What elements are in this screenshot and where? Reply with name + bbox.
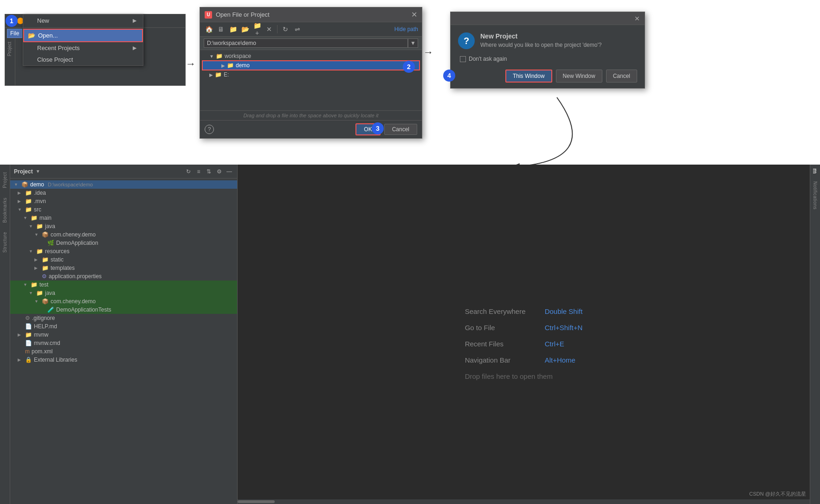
hide-path-btn[interactable]: Hide path [394, 26, 418, 32]
npd-close-btn[interactable]: ✕ [634, 15, 640, 22]
npd-title: New Project [480, 32, 601, 40]
tree-src[interactable]: ▼ 📁 src [10, 205, 237, 214]
tree-static[interactable]: ▶ 📁 static [10, 255, 237, 264]
root-arrow: ▼ [14, 182, 19, 187]
tree-java[interactable]: ▼ 📁 java [10, 222, 237, 230]
tree-test[interactable]: ▼ 📁 test [10, 281, 237, 289]
tree-resources[interactable]: ▼ 📁 resources [10, 247, 237, 255]
tree-app-props[interactable]: ▶ ⚙ application.properties [10, 272, 237, 281]
tree-mvnw-cmd[interactable]: ▶ 📄 mvnw.cmd [10, 339, 237, 347]
dialog-close-btn[interactable]: ✕ [411, 10, 417, 19]
ide-left-strip: Project [5, 39, 15, 85]
dialog-icon: U [205, 11, 212, 19]
tree-root-demo[interactable]: ▼ 📦 demo D:\workspace\demo [10, 180, 237, 189]
demo-folder-icon: 📁 [227, 62, 234, 69]
static-label: static [51, 256, 64, 263]
panel-sort-btn[interactable]: ⇅ [205, 167, 213, 176]
structure-sidebar-tab[interactable]: Structure [1, 228, 8, 256]
panel-header: Project ▼ ↻ ≡ ⇅ ⚙ — [10, 165, 237, 179]
idea-arrow: ▶ [18, 191, 23, 195]
tree-mvnw[interactable]: ▶ 📁 mvnw [10, 331, 237, 339]
npd-cancel-btn[interactable]: Cancel [606, 70, 637, 83]
dialog-path-input[interactable] [204, 38, 408, 48]
bookmarks-sidebar-tab[interactable]: Bookmarks [1, 194, 8, 227]
recent-files-label: Recent Files [465, 340, 539, 348]
this-window-btn[interactable]: This Window [505, 70, 552, 83]
panel-collapse-btn[interactable]: ≡ [194, 167, 203, 176]
toolbar-desktop-btn[interactable]: 🖥 [216, 24, 226, 34]
tree-templates[interactable]: ▶ 📁 templates [10, 264, 237, 272]
npd-buttons: This Window New Window Cancel [458, 70, 637, 83]
tree-demo[interactable]: ▶ 📁 demo [202, 60, 420, 70]
toolbar-sep [277, 25, 278, 33]
new-window-btn[interactable]: New Window [556, 70, 602, 83]
dialog-path-dropdown-btn[interactable]: ▼ [408, 38, 418, 48]
test-com-label: com.cheney.demo [51, 298, 96, 305]
welcome-content: Search Everywhere Double Shift Go to Fil… [465, 307, 583, 380]
test-com-icon: 📦 [42, 298, 49, 305]
menu-file[interactable]: File [7, 29, 22, 38]
project-sidebar-tab[interactable]: Project [1, 168, 8, 192]
file-tree: ▼ 📦 demo D:\workspace\demo ▶ 📁 .idea ▶ 📁… [10, 179, 237, 504]
ext-libs-arrow: ▶ [18, 357, 23, 362]
panel-settings-btn[interactable]: ⚙ [215, 167, 223, 176]
tree-idea[interactable]: ▶ 📁 .idea [10, 189, 237, 197]
demo-expand-arrow: ▶ [221, 63, 225, 68]
recent-files-row: Recent Files Ctrl+E [465, 340, 583, 348]
step-1-badge: 1 [6, 15, 18, 27]
project-tab[interactable]: Project [5, 39, 14, 59]
menu-close-project-item[interactable]: Close Project [23, 54, 143, 65]
tree-mvn[interactable]: ▶ 📁 .mvn [10, 197, 237, 205]
npd-header: ? New Project Where would you like to op… [458, 32, 637, 49]
search-everywhere-shortcut: Double Shift [545, 307, 583, 315]
recent-arrow: ▶ [133, 45, 136, 51]
root-module-icon: 📦 [21, 181, 28, 188]
tree-help[interactable]: ▶ 📄 HELP.md [10, 322, 237, 331]
tree-test-com[interactable]: ▼ 📦 com.cheney.demo [10, 297, 237, 306]
tree-demo-app[interactable]: ▶ 🌿 DemoApplication [10, 239, 237, 247]
npd-question-icon: ? [458, 32, 475, 49]
tree-main[interactable]: ▼ 📁 main [10, 214, 237, 222]
bottom-scrollbar[interactable] [238, 499, 810, 504]
toolbar-sync-btn[interactable]: ⇌ [292, 24, 303, 34]
toolbar-refresh-btn[interactable]: ↻ [280, 24, 291, 34]
go-to-file-row: Go to File Ctrl+Shift+N [465, 324, 583, 332]
tree-ext-libs[interactable]: ▶ 🔒 External Libraries [10, 356, 237, 364]
tree-test-java[interactable]: ▼ 📁 java [10, 289, 237, 297]
left-tabs: Project Bookmarks Structure [0, 165, 10, 504]
java-folder-icon: 📁 [36, 223, 43, 230]
maven-tab[interactable]: m [811, 165, 820, 178]
dialog-help-btn[interactable]: ? [205, 125, 214, 134]
navigation-bar-label: Navigation Bar [465, 356, 539, 364]
tree-e-drive[interactable]: ▶ 📁 E: [200, 70, 422, 79]
editor-area: Search Everywhere Double Shift Go to Fil… [238, 165, 810, 504]
mvnw-arrow: ▶ [18, 332, 23, 337]
toolbar-home-btn[interactable]: 🏠 [204, 24, 214, 34]
scrollbar-thumb[interactable] [238, 500, 275, 503]
toolbar-folder2-btn[interactable]: 📂 [240, 24, 250, 34]
tree-workspace[interactable]: ▼ 📁 workspace [200, 52, 422, 60]
menu-recent-projects-item[interactable]: Recent Projects ▶ [23, 42, 143, 54]
tree-pom[interactable]: ▶ m pom.xml [10, 347, 237, 356]
mvnw-cmd-icon: 📄 [25, 340, 32, 346]
menu-open-item[interactable]: 📂 Open... [23, 29, 143, 42]
npd-dont-ask-checkbox[interactable] [460, 56, 466, 62]
toolbar-new-folder-btn[interactable]: 📁+ [252, 24, 262, 34]
go-to-file-label: Go to File [465, 324, 539, 332]
panel-sync-btn[interactable]: ↻ [184, 167, 193, 176]
gitignore-label: .gitignore [32, 315, 55, 321]
toolbar-delete-btn[interactable]: ✕ [264, 24, 274, 34]
dialog-titlebar: U Open File or Project ✕ [200, 7, 422, 22]
root-name: demo [30, 181, 44, 188]
dialog-cancel-btn[interactable]: Cancel [384, 124, 417, 135]
open-file-dialog: U Open File or Project ✕ 🏠 🖥 📁 📂 📁+ ✕ ↻ … [200, 7, 422, 139]
notifications-tab[interactable]: Notifications [812, 178, 819, 213]
panel-close-btn[interactable]: — [225, 167, 233, 176]
tree-demo-tests[interactable]: ▶ 🧪 DemoApplicationTests [10, 306, 237, 314]
toolbar-folder-btn[interactable]: 📁 [228, 24, 238, 34]
tree-com-cheney-demo[interactable]: ▼ 📦 com.cheney.demo [10, 230, 237, 239]
menu-new-item[interactable]: New ▶ [23, 15, 143, 26]
npd-dont-ask-row: Don't ask again [458, 56, 637, 62]
tree-gitignore[interactable]: ▶ ⚙ .gitignore [10, 314, 237, 322]
com-icon: 📦 [42, 231, 49, 238]
